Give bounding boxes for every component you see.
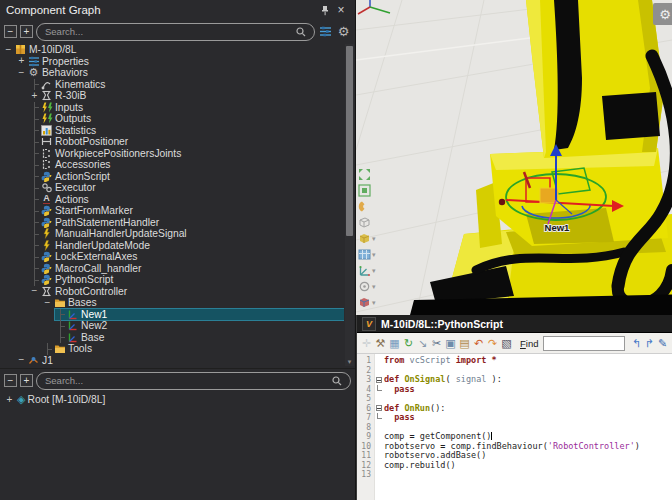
frame-tool-icon[interactable]: ▾ xyxy=(358,264,376,277)
dropdown-caret-icon[interactable]: ▾ xyxy=(372,299,376,306)
dropdown-caret-icon[interactable]: ▾ xyxy=(372,235,376,242)
tree-scrollbar[interactable]: ▾ xyxy=(345,44,354,366)
fold-collapse-icon[interactable] xyxy=(376,405,382,411)
tree-item-behaviors[interactable]: −⚙Behaviors xyxy=(16,67,344,79)
tree-connector xyxy=(29,159,40,171)
tree-item-new1[interactable]: New1 xyxy=(55,309,344,321)
tree-item-base[interactable]: Base xyxy=(55,332,344,344)
tree-item-lockexternalaxes[interactable]: LockExternalAxes xyxy=(29,251,344,263)
python-icon xyxy=(40,263,53,274)
select-all-icon[interactable]: ▧ xyxy=(500,335,513,351)
tree-item-label: Base xyxy=(79,332,110,343)
close-icon[interactable]: × xyxy=(333,2,349,18)
expand-toggle[interactable]: + xyxy=(29,91,40,101)
node-expand-all-button[interactable]: + xyxy=(20,374,33,387)
fold-collapse-icon[interactable] xyxy=(376,377,382,383)
settings-gear-icon[interactable]: ⚙ xyxy=(336,25,351,39)
search-input[interactable] xyxy=(43,25,289,38)
expand-toggle[interactable]: + xyxy=(4,394,15,405)
fit-selected-icon[interactable] xyxy=(358,184,376,197)
pin-icon[interactable] xyxy=(317,2,333,18)
tree-item-m-10id-8l[interactable]: −M-10iD/8L xyxy=(3,44,344,56)
undo-icon[interactable]: ↶ xyxy=(472,335,485,351)
collapse-toggle[interactable]: − xyxy=(16,355,27,365)
expand-toggle[interactable]: + xyxy=(16,56,27,66)
frame-icon xyxy=(66,320,79,331)
compile-icon[interactable]: ✛ xyxy=(360,335,373,351)
debug-icon[interactable]: ⚒ xyxy=(374,335,387,351)
dropdown-caret-icon[interactable]: ▾ xyxy=(372,267,376,274)
tree-item-pythonscript[interactable]: PythonScript xyxy=(29,274,344,286)
node-search-input[interactable] xyxy=(43,374,325,387)
filter-icon[interactable] xyxy=(318,25,333,39)
collapse-toggle[interactable]: − xyxy=(42,298,53,308)
dropdown-caret-icon[interactable]: ▾ xyxy=(372,283,376,290)
grid-editor-icon[interactable]: ▾ xyxy=(358,248,376,261)
expand-all-button[interactable]: + xyxy=(20,25,33,38)
copy-icon[interactable]: ▣ xyxy=(444,335,457,351)
tree-item-j1[interactable]: −J1 xyxy=(16,355,344,367)
code-line[interactable]: 4 pass xyxy=(357,385,672,395)
scrollbar-down-arrow-icon[interactable]: ▾ xyxy=(345,358,354,366)
tree-item-label: RobotPositioner xyxy=(53,136,134,147)
apply-icon[interactable]: ▦ xyxy=(388,335,401,351)
tree-item-tools[interactable]: Tools xyxy=(42,343,344,355)
tree-item-kinematics[interactable]: Kinematics xyxy=(29,79,344,91)
refresh-icon[interactable]: ↻ xyxy=(402,335,415,351)
tree-item-executor[interactable]: Executor xyxy=(29,182,344,194)
view-orientation-icon[interactable] xyxy=(358,200,376,213)
code-line[interactable]: 12comp.rebuild() xyxy=(357,461,672,471)
tree-item-workpiecepositionersjoints[interactable]: WorkpiecePositionersJoints xyxy=(29,148,344,160)
find-next-icon[interactable]: ↱ xyxy=(643,335,656,351)
collapse-toggle[interactable]: − xyxy=(29,286,40,296)
signals-icon xyxy=(40,113,53,124)
fit-all-icon[interactable] xyxy=(358,168,376,181)
tree-item-statistics[interactable]: Statistics xyxy=(29,125,344,137)
find-input[interactable] xyxy=(543,336,626,351)
dropdown-caret-icon[interactable]: ▾ xyxy=(372,251,376,258)
edit-pencil-icon[interactable]: ✎ xyxy=(656,335,669,351)
snap-tool-icon[interactable]: ▾ xyxy=(358,296,376,309)
tree-item-macrocall-handler[interactable]: MacroCall_handler xyxy=(29,263,344,275)
find-previous-icon[interactable]: ↰ xyxy=(630,335,643,351)
tree-item-manualhandlerupdatesignal[interactable]: ManualHandlerUpdateSignal xyxy=(29,228,344,240)
tree-item-root-node[interactable]: + ◈ Root [M-10iD/8L] xyxy=(4,393,105,406)
tree-item-accessories[interactable]: Accessories xyxy=(29,159,344,171)
collapse-all-button[interactable]: − xyxy=(4,25,17,38)
code-line[interactable]: 13 xyxy=(357,470,672,480)
origin-tool-icon[interactable]: ▾ xyxy=(358,280,376,293)
collapse-toggle[interactable]: − xyxy=(16,68,27,78)
viewport-settings-gear-icon[interactable]: ⚙ xyxy=(653,3,672,25)
search-box[interactable] xyxy=(36,23,315,41)
export-icon[interactable]: ↘ xyxy=(416,335,429,351)
tree-item-properties[interactable]: +Properties xyxy=(16,56,344,68)
tree-item-handlerupdatemode[interactable]: HandlerUpdateMode xyxy=(29,240,344,252)
collapse-toggle[interactable]: − xyxy=(3,45,14,55)
tree-item-robotcontroller[interactable]: −RobotController xyxy=(29,286,344,298)
view-cube-icon[interactable] xyxy=(358,216,376,229)
tree-item-outputs[interactable]: Outputs xyxy=(29,113,344,125)
tree-item-actionscript[interactable]: ActionScript xyxy=(29,171,344,183)
code-line[interactable]: 1from vcScript import * xyxy=(357,356,672,366)
tree-item-robotpositioner[interactable]: RobotPositioner xyxy=(29,136,344,148)
code-editor[interactable]: 1from vcScript import *23def OnSignal( s… xyxy=(357,354,672,500)
script-titlebar[interactable]: V M-10iD/8L::PythonScript xyxy=(357,315,672,333)
tree-scrollbar-thumb[interactable] xyxy=(346,46,353,236)
tree-item-inputs[interactable]: Inputs xyxy=(29,102,344,114)
tree-item-actions[interactable]: AActions xyxy=(29,194,344,206)
render-style-icon[interactable]: ▾ xyxy=(358,232,376,245)
viewport-toolbar: ▾▾▾▾▾ xyxy=(358,168,376,309)
viewport-3d[interactable]: New1 ▾▾▾▾▾ ⚙ xyxy=(356,0,672,315)
tree-item-startfrommarker[interactable]: StartFromMarker xyxy=(29,205,344,217)
node-collapse-all-button[interactable]: − xyxy=(4,374,17,387)
paste-icon[interactable]: ▤ xyxy=(458,335,471,351)
tree-item-r-30ib[interactable]: +R-30iB xyxy=(29,90,344,102)
code-line[interactable]: 7 pass xyxy=(357,413,672,423)
tree-item-new2[interactable]: New2 xyxy=(55,320,344,332)
tree-item-bases[interactable]: −Bases xyxy=(42,297,344,309)
redo-icon[interactable]: ↷ xyxy=(486,335,499,351)
tree-item-pathstatementhandler[interactable]: PathStatementHandler xyxy=(29,217,344,229)
node-search-box[interactable] xyxy=(36,372,351,390)
cut-icon[interactable]: ✂ xyxy=(430,335,443,351)
tree-connector xyxy=(29,194,40,206)
